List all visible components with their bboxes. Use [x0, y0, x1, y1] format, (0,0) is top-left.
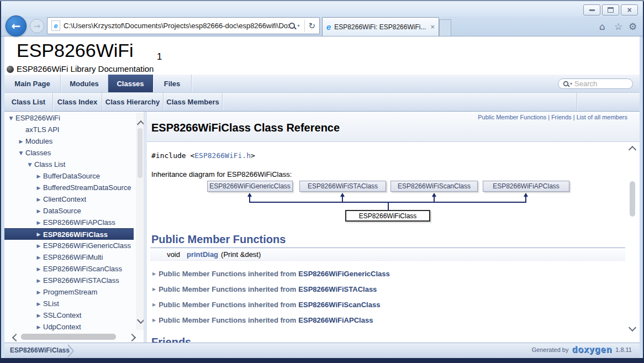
inherited-section-genericclass[interactable]: ▶Public Member Functions inherited fromE…: [152, 270, 390, 278]
inherited-class-link[interactable]: ESP8266WiFiSTAClass: [298, 285, 377, 293]
scroll-down-icon[interactable]: [629, 324, 636, 332]
tree-collapsed-icon[interactable]: ▶: [34, 324, 43, 330]
tab-modules[interactable]: Modules: [61, 75, 108, 92]
expand-arrow-icon[interactable]: ▶: [152, 302, 156, 307]
diagram-node-staclass[interactable]: ESP8266WiFiSTAClass: [299, 181, 386, 192]
back-button[interactable]: ←: [6, 15, 27, 36]
sidebar-item-bufferdatasource[interactable]: ▶BufferDataSource: [4, 170, 144, 182]
refresh-icon[interactable]: ↻: [308, 21, 315, 31]
tree-collapsed-icon[interactable]: ▶: [34, 173, 43, 179]
tab-close-icon[interactable]: ×: [430, 23, 435, 31]
sidebar-hscrollbar-thumb[interactable]: [21, 334, 116, 340]
favorites-icon[interactable]: ☆: [614, 21, 622, 32]
forward-button[interactable]: →: [30, 19, 44, 33]
title-bar[interactable]: ×: [1, 1, 643, 17]
scroll-up-icon[interactable]: [629, 146, 636, 154]
tab-class-members[interactable]: Class Members: [163, 93, 223, 111]
inherited-section-scanclass[interactable]: ▶Public Member Functions inherited fromE…: [152, 301, 380, 309]
link-public-member-functions[interactable]: Public Member Functions: [478, 114, 546, 120]
tree-collapsed-icon[interactable]: ▶: [17, 139, 25, 144]
tree-collapsed-icon[interactable]: ▶: [34, 290, 43, 295]
sidebar-item-progmemstream[interactable]: ▶ProgmemStream: [4, 286, 144, 298]
tab-class-list[interactable]: Class List: [4, 93, 53, 111]
tab-files[interactable]: Files: [153, 75, 192, 92]
url-text[interactable]: C:\Users\Krzysztof\Documents\Projects\es…: [64, 22, 289, 30]
diagram-node-genericclass[interactable]: ESP8266WiFiGenericClass: [207, 181, 293, 192]
settings-gear-icon[interactable]: ⚙: [629, 21, 637, 32]
search-input[interactable]: ▾ Search: [558, 78, 633, 89]
sidebar-item-modules[interactable]: ▶Modules: [4, 135, 144, 147]
tree-collapsed-icon[interactable]: ▶: [34, 185, 43, 191]
inherited-section-apclass[interactable]: ▶Public Member Functions inherited fromE…: [152, 316, 373, 324]
address-dropdown-icon[interactable]: ▾: [297, 23, 299, 28]
tree-expanded-icon[interactable]: ▼: [17, 150, 25, 156]
content-scrollbar-thumb[interactable]: [630, 181, 635, 217]
sidebar-item-esp8266wifimulti[interactable]: ▶ESP8266WiFiMulti: [4, 251, 144, 263]
link-list-of-all-members[interactable]: List of all members: [577, 114, 627, 120]
tree-collapsed-icon[interactable]: ▶: [34, 301, 43, 307]
tab-main-page[interactable]: Main Page: [4, 75, 61, 92]
sidebar-item-esp8266wifigenericclass[interactable]: ▶ESP8266WiFiGenericClass: [4, 240, 144, 251]
tree-collapsed-icon[interactable]: ▶: [34, 220, 43, 225]
tab-class-index[interactable]: Class Index: [53, 93, 102, 111]
link-friends[interactable]: Friends: [551, 114, 572, 120]
sidebar-item-esp8266wifi[interactable]: ▼ESP8266WiFi: [4, 112, 144, 124]
address-bar[interactable]: e C:\Users\Krzysztof\Documents\Projects\…: [47, 17, 320, 34]
diagram-node-scanclass[interactable]: ESP8266WiFiScanClass: [390, 181, 478, 192]
expand-arrow-icon[interactable]: ▶: [152, 287, 156, 292]
search-icon[interactable]: [289, 23, 295, 29]
sidebar-item-esp8266wifiapclass[interactable]: ▶ESP8266WiFiAPClass: [4, 217, 144, 228]
sidebar-item-esp8266wifistaclass[interactable]: ▶ESP8266WiFiSTAClass: [4, 275, 144, 286]
sidebar-item-axtls-api[interactable]: axTLS API: [4, 124, 144, 135]
sidebar-item-slist[interactable]: ▶SList: [4, 298, 144, 309]
sidebar-hscrollbar[interactable]: [4, 331, 144, 343]
tab-class-hierarchy[interactable]: Class Hierarchy: [102, 93, 163, 111]
tree-collapsed-icon[interactable]: ▶: [34, 232, 43, 237]
sidebar-item-bufferedstreamdatasource[interactable]: ▶BufferedStreamDataSource: [4, 182, 144, 193]
sidebar-scrollbar-thumb[interactable]: [138, 128, 142, 178]
tree-collapsed-icon[interactable]: ▶: [34, 313, 43, 318]
sidebar-item-esp8266wifiscanclass[interactable]: ▶ESP8266WiFiScanClass: [4, 263, 144, 275]
new-tab-stub[interactable]: [439, 19, 451, 36]
restore-icon: [608, 7, 614, 13]
tree-collapsed-icon[interactable]: ▶: [34, 197, 43, 202]
tree-expanded-icon[interactable]: ▼: [25, 162, 34, 167]
tab-classes[interactable]: Classes: [108, 75, 153, 92]
sidebar-item-sslcontext[interactable]: ▶SSLContext: [4, 309, 144, 321]
tree-collapsed-icon[interactable]: ▶: [34, 278, 43, 283]
inherited-section-staclass[interactable]: ▶Public Member Functions inherited fromE…: [152, 285, 377, 293]
sidebar-item-clientcontext[interactable]: ▶ClientContext: [4, 193, 144, 205]
minimize-button[interactable]: [583, 4, 600, 15]
summary-links: Public Member Functions|Friends|List of …: [478, 114, 627, 120]
search-dropdown-icon[interactable]: ▾: [570, 81, 572, 86]
doxygen-logo[interactable]: doxygen: [572, 345, 612, 355]
tree-collapsed-icon[interactable]: ▶: [34, 255, 43, 260]
diagram-node-wificlass[interactable]: ESP8266WiFiClass: [345, 210, 430, 222]
sidebar-item-classes[interactable]: ▼Classes: [4, 147, 144, 159]
restore-button[interactable]: [602, 4, 619, 15]
tree-collapsed-icon[interactable]: ▶: [34, 266, 43, 272]
breadcrumb[interactable]: ESP8266WiFiClass: [10, 346, 70, 354]
sidebar-item-esp8266wificlass[interactable]: ▶ESP8266WiFiClass: [4, 228, 134, 240]
close-button[interactable]: ×: [621, 4, 638, 15]
browser-tab[interactable]: e ESP8266WiFi: ESP8266WiFi... ×: [322, 17, 439, 36]
sidebar-item-class-list[interactable]: ▼Class List: [4, 159, 144, 170]
expand-arrow-icon[interactable]: ▶: [152, 271, 156, 276]
scroll-left-icon[interactable]: [12, 334, 20, 341]
inherited-class-link[interactable]: ESP8266WiFiAPClass: [298, 316, 373, 324]
expand-arrow-icon[interactable]: ▶: [152, 318, 156, 323]
tree-collapsed-icon[interactable]: ▶: [34, 243, 43, 249]
tree-collapsed-icon[interactable]: ▶: [34, 208, 43, 214]
inherited-class-link[interactable]: ESP8266WiFiScanClass: [298, 301, 380, 309]
tree-expanded-icon[interactable]: ▼: [7, 115, 15, 121]
include-file-link[interactable]: ESP8266WiFi.h: [194, 151, 251, 160]
member-name-link[interactable]: printDiag: [187, 250, 218, 259]
inherited-class-link[interactable]: ESP8266WiFiGenericClass: [298, 270, 389, 278]
tab-title[interactable]: ESP8266WiFi: ESP8266WiFi...: [334, 23, 428, 31]
home-icon[interactable]: ⌂: [599, 21, 605, 32]
diagram-node-apclass[interactable]: ESP8266WiFiAPClass: [483, 181, 569, 192]
sidebar-item-datasource[interactable]: ▶DataSource: [4, 205, 144, 217]
sidebar-item-udpcontext[interactable]: ▶UdpContext: [4, 321, 144, 331]
doxygen-version: 1.8.11: [615, 346, 632, 353]
scroll-right-icon[interactable]: [128, 334, 136, 341]
